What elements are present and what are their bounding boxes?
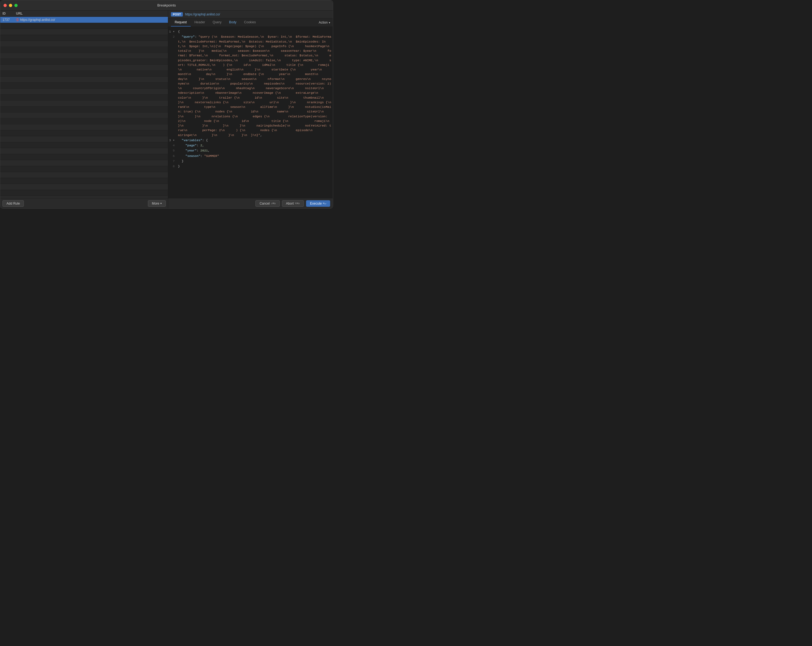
abort-button[interactable]: Abort ⌥⌘⎋: [282, 200, 304, 207]
code-line-3: 3 ▾ "variables": {: [168, 138, 333, 143]
error-icon: ⓵: [16, 18, 19, 21]
line-content: "variables": {: [178, 138, 333, 142]
tab-header[interactable]: Header: [191, 18, 209, 26]
empty-row: [0, 166, 168, 172]
code-line-2: 2 "query": "query (\n $season: MediaSeas…: [168, 34, 333, 138]
empty-row: [0, 112, 168, 118]
window-controls: [3, 4, 18, 7]
empty-row: [0, 130, 168, 136]
line-content: }: [178, 164, 333, 168]
code-editor[interactable]: 1 ▾ { 2 "query": "query (\n $season: Med…: [168, 27, 333, 198]
execute-button[interactable]: Execute ⌘↵: [306, 200, 330, 207]
line-number: 7: [168, 159, 178, 164]
empty-row: [0, 53, 168, 59]
empty-row: [0, 148, 168, 154]
empty-row: [0, 118, 168, 124]
code-line-6: 6 "season": "SUMMER": [168, 153, 333, 159]
code-line-1: 1 ▾ {: [168, 29, 333, 34]
empty-row: [0, 101, 168, 107]
empty-row: [0, 77, 168, 83]
line-number: 8: [168, 164, 178, 168]
empty-row: [0, 142, 168, 148]
maximize-button[interactable]: [14, 4, 18, 7]
chevron-down-icon: ▾: [160, 202, 162, 205]
right-panel-bottom-bar: Cancel ⇧⌘⎋ Abort ⌥⌘⎋ Execute ⌘↵: [168, 198, 333, 208]
empty-row: [0, 47, 168, 53]
empty-row: [0, 41, 168, 47]
action-label: Action: [319, 21, 328, 24]
tab-query[interactable]: Query: [209, 18, 225, 26]
empty-row: [0, 172, 168, 178]
line-number: 1 ▾: [168, 29, 178, 34]
code-line-5: 5 "year": 2021,: [168, 148, 333, 153]
more-button[interactable]: More ▾: [148, 200, 166, 207]
execute-label: Execute: [310, 202, 322, 205]
url-bar: POST https://graphql.anilist.co/: [168, 11, 333, 18]
action-button[interactable]: Action ▾: [319, 21, 330, 24]
empty-row: [0, 29, 168, 35]
empty-row: [0, 95, 168, 101]
row-url: ⓵ https://graphql.anilist.co/: [16, 18, 166, 22]
row-id: 1737: [2, 18, 16, 22]
empty-row: [0, 184, 168, 190]
empty-row: [0, 136, 168, 142]
empty-row: [0, 71, 168, 77]
empty-rows: [0, 23, 168, 198]
chevron-down-icon: ▾: [329, 21, 330, 24]
empty-row: [0, 196, 168, 198]
tab-cookies[interactable]: Cookies: [240, 18, 259, 26]
cancel-label: Cancel: [259, 202, 270, 205]
code-line-4: 4 "page": 2,: [168, 143, 333, 148]
more-label: More: [152, 202, 159, 205]
request-url: https://graphql.anilist.co/: [185, 12, 220, 16]
right-panel: POST https://graphql.anilist.co/ Request…: [168, 11, 333, 208]
col-id-header: ID: [2, 12, 16, 15]
empty-row: [0, 23, 168, 29]
tab-body[interactable]: Body: [225, 18, 240, 26]
breakpoints-table: 1737 ⓵ https://graphql.anilist.co/: [0, 17, 168, 198]
empty-row: [0, 178, 168, 184]
tabs-list: Request Header Query Body Cookies: [171, 18, 259, 26]
left-panel: ID URL 1737 ⓵ https://graphql.anilist.co…: [0, 11, 168, 208]
empty-row: [0, 107, 168, 112]
empty-row: [0, 89, 168, 95]
cancel-shortcut: ⇧⌘⎋: [271, 202, 276, 205]
line-number: 6: [168, 154, 178, 158]
line-content: "page": 2,: [178, 143, 333, 148]
line-number: 4: [168, 143, 178, 148]
line-content: {: [178, 29, 333, 34]
line-number: 5: [168, 148, 178, 153]
titlebar: Breakpoints: [0, 0, 333, 11]
col-url-header: URL: [16, 12, 166, 15]
left-panel-bottom-bar: Add Rule More ▾: [0, 198, 168, 208]
method-badge: POST: [171, 12, 183, 17]
abort-label: Abort: [286, 202, 294, 205]
close-button[interactable]: [3, 4, 7, 7]
empty-row: [0, 83, 168, 89]
empty-row: [0, 65, 168, 71]
empty-row: [0, 124, 168, 130]
line-content: }: [178, 159, 333, 164]
line-number: 3 ▾: [168, 138, 178, 142]
line-content: "season": "SUMMER": [178, 154, 333, 158]
table-header: ID URL: [0, 11, 168, 17]
line-content: "year": 2021,: [178, 148, 333, 153]
empty-row: [0, 59, 168, 65]
line-number: 2: [168, 34, 178, 39]
empty-row: [0, 35, 168, 41]
empty-row: [0, 160, 168, 166]
abort-shortcut: ⌥⌘⎋: [295, 202, 300, 205]
execute-shortcut: ⌘↵: [323, 202, 326, 205]
window-title: Breakpoints: [157, 3, 176, 7]
empty-row: [0, 190, 168, 196]
tab-request[interactable]: Request: [171, 18, 191, 26]
table-row[interactable]: 1737 ⓵ https://graphql.anilist.co/: [0, 17, 168, 23]
line-content: "query": "query (\n $season: MediaSeason…: [178, 34, 333, 138]
url-text: https://graphql.anilist.co/: [20, 18, 55, 22]
code-line-7: 7 }: [168, 159, 333, 164]
tabs-bar: Request Header Query Body Cookies Action…: [168, 18, 333, 27]
cancel-button[interactable]: Cancel ⇧⌘⎋: [255, 200, 279, 207]
minimize-button[interactable]: [9, 4, 12, 7]
add-rule-button[interactable]: Add Rule: [2, 200, 24, 207]
empty-row: [0, 154, 168, 160]
